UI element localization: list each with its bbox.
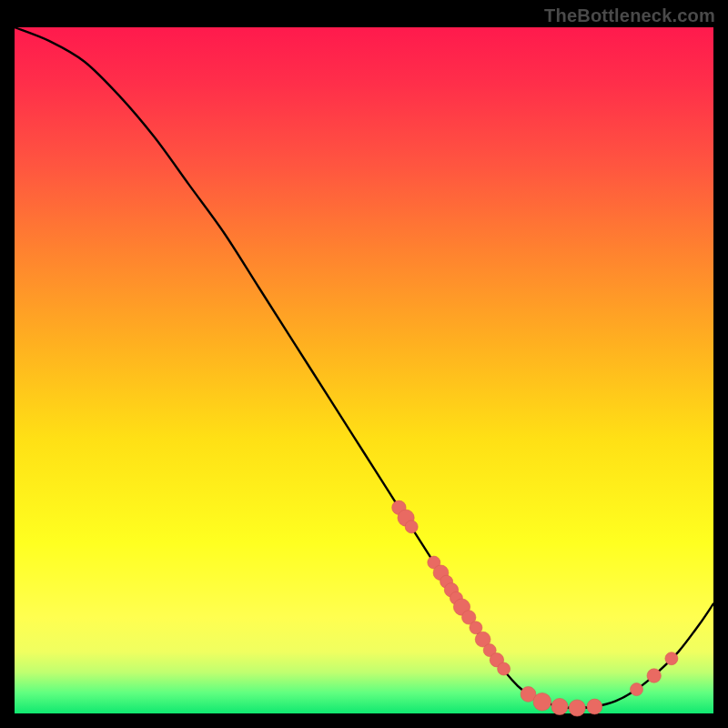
data-points-group — [392, 500, 678, 716]
data-point — [498, 662, 511, 675]
chart-frame — [15, 27, 713, 713]
data-point — [647, 669, 661, 682]
data-point — [533, 693, 551, 711]
data-point — [405, 521, 418, 533]
chart-svg — [15, 27, 713, 713]
data-point — [587, 699, 602, 714]
data-point — [631, 683, 643, 696]
data-point — [569, 700, 585, 716]
bottleneck-curve-line — [15, 27, 713, 708]
data-point — [551, 698, 568, 714]
data-point — [665, 652, 678, 665]
watermark-text: TheBottleneck.com — [544, 5, 715, 26]
